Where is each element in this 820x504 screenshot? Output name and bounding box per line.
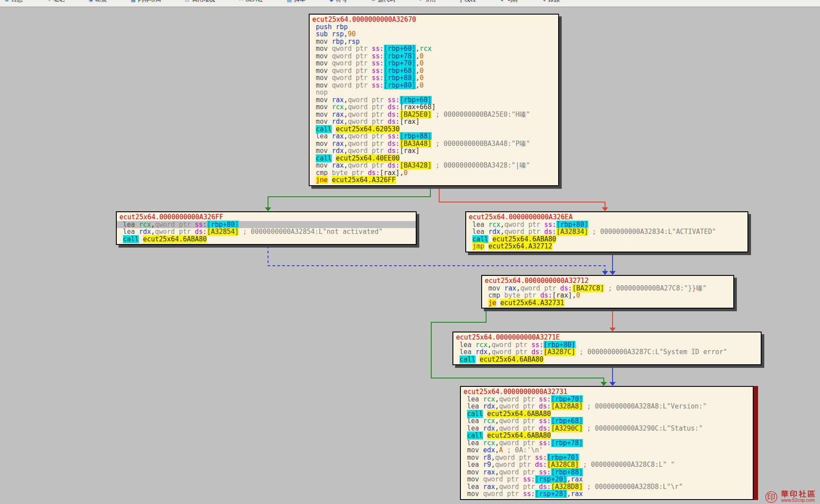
asm-line[interactable]: mov rax,qword ptr ds:[BA25E0] ; 00000000…: [310, 111, 558, 118]
asm-line[interactable]: mov qword ptr ss:[rbp+68],0: [310, 67, 558, 75]
asm-line[interactable]: jmp ecut25x64.A32712: [466, 243, 747, 250]
tab-seh[interactable]: ⚯SEH链: [236, 0, 266, 5]
asm-line[interactable]: call ecut25x64.6ABA80: [461, 410, 753, 418]
asm-line[interactable]: lea rcx,qword ptr ss:[rbp+80]: [453, 341, 761, 349]
asm-token: call: [316, 154, 332, 162]
tab-label: 源代码: [378, 0, 395, 4]
asm-line[interactable]: lea rcx,qword ptr ss:[rbp+70]: [461, 396, 753, 403]
asm-line[interactable]: lea rcx,qword ptr ss:[rbp+80]: [466, 221, 747, 229]
asm-line[interactable]: push rbp: [310, 23, 558, 31]
asm-line[interactable]: mov rax,qword ptr ds:[BA3A48] ; 00000000…: [310, 140, 558, 148]
tab-memmap[interactable]: ▦内存布局: [128, 0, 164, 5]
asm-line[interactable]: mov qword ptr ss:[rsp+20],rax: [461, 476, 753, 483]
asm-line[interactable]: lea r9,qword ptr ds:[A328C8] ; 000000000…: [461, 461, 753, 469]
asm-token: ,: [572, 291, 576, 299]
asm-token: ecut25x64.A326FF: [332, 176, 396, 184]
asm-line[interactable]: lea rdx,qword ptr ds:[A328A8] ; 00000000…: [461, 403, 753, 410]
asm-line[interactable]: mov rax,qword ptr ss:[rbp+88]: [461, 469, 753, 476]
asm-token: ds:: [368, 169, 379, 177]
asm-line[interactable]: cmp byte ptr ds:[rax],0: [310, 169, 558, 177]
symbols-icon: ◆: [330, 0, 333, 3]
asm-line[interactable]: mov rax,qword ptr ss:[rbp+60]: [310, 96, 558, 104]
asm-token: [328, 59, 332, 67]
block-header[interactable]: ecut25x64.0000000000A32712: [482, 277, 733, 285]
block-header[interactable]: ecut25x64.0000000000A326FF: [117, 214, 416, 221]
tab-threads[interactable]: ∥线程: [457, 0, 479, 5]
graph-node-A326EA[interactable]: ecut25x64.0000000000A326EAlea rcx,qword …: [465, 211, 748, 252]
block-header[interactable]: ecut25x64.0000000000A32670: [310, 16, 558, 23]
asm-line[interactable]: lea rax,qword ptr ss:[rbp+88]: [310, 133, 558, 140]
graph-node-A326FF[interactable]: ecut25x64.0000000000A326FFlea rcx,qword …: [116, 211, 417, 245]
asm-line[interactable]: lea rcx,qword ptr ss:[rbp+78]: [461, 439, 753, 447]
asm-line[interactable]: mov rdx,qword ptr ds:[rax]: [310, 147, 558, 155]
asm-line[interactable]: call ecut25x64.620530: [310, 126, 558, 133]
tab-callstack[interactable]: ☷调用堆栈: [182, 0, 218, 5]
asm-token: rdx: [483, 424, 495, 432]
asm-line[interactable]: sub rsp,90: [310, 31, 558, 38]
tab-handles[interactable]: ✥句柄: [497, 0, 521, 5]
tab-label: 内存布局: [138, 0, 161, 4]
graph-node-A3271E[interactable]: ecut25x64.0000000000A3271Elea rcx,qword …: [452, 332, 762, 365]
asm-line[interactable]: lea rdx,qword ptr ds:[A32854] ; 00000000…: [117, 228, 416, 236]
asm-token: [328, 38, 332, 46]
asm-line[interactable]: call ecut25x64.6ABA80: [461, 432, 753, 439]
asm-line[interactable]: mov rcx,qword ptr ds:[rax+668]: [310, 103, 558, 111]
tab-source[interactable]: ≋源代码: [368, 0, 398, 5]
asm-line[interactable]: je ecut25x64.A32731: [482, 299, 733, 307]
asm-token: ,: [491, 454, 495, 462]
asm-line[interactable]: mov rdx,qword ptr ds:[rax]: [310, 118, 558, 126]
tab-symbols[interactable]: ◆符号: [327, 0, 350, 5]
asm-token: [483, 431, 487, 439]
graph-node-A32670[interactable]: ecut25x64.0000000000A32670push rbpsub rs…: [309, 14, 559, 186]
asm-line[interactable]: lea rcx,qword ptr ss:[rbp+68]: [461, 417, 753, 425]
asm-line[interactable]: mov rax,qword ptr ds:[BA3428] ; 00000000…: [310, 162, 558, 169]
asm-line[interactable]: mov qword ptr ss:[rbp+70],0: [310, 60, 558, 67]
asm-line[interactable]: mov r8,qword ptr ss:[rbp+70]: [461, 454, 753, 462]
asm-token: mov: [316, 161, 328, 169]
asm-line[interactable]: call ecut25x64.6ABA80: [453, 356, 761, 363]
graph-node-A32731[interactable]: ecut25x64.0000000000A32731lea rcx,qword …: [460, 386, 754, 500]
asm-line[interactable]: jne ecut25x64.A326FF: [310, 176, 558, 184]
asm-line[interactable]: call ecut25x64.6ABA80: [466, 236, 747, 243]
asm-line[interactable]: mov rbp,rsp: [310, 38, 558, 46]
asm-line[interactable]: lea rdx,qword ptr ds:[A3290C] ; 00000000…: [461, 425, 753, 432]
asm-token: ss:: [544, 221, 556, 229]
watermark-url: www.52cnp.com: [781, 498, 816, 503]
asm-line[interactable]: lea rcx,qword ptr ss:[rbp+80]: [117, 221, 416, 229]
block-header[interactable]: ecut25x64.0000000000A3271E: [453, 334, 761, 341]
graph-node-A32712[interactable]: ecut25x64.0000000000A32712mov rax,qword …: [481, 275, 734, 309]
asm-token: qword ptr: [348, 132, 383, 140]
block-header[interactable]: ecut25x64.0000000000A326EA: [466, 214, 747, 221]
asm-line[interactable]: lea rdx,qword ptr ds:[A3287C] ; 00000000…: [453, 348, 761, 356]
asm-line[interactable]: mov qword ptr ss:[rsp+28],rax: [461, 490, 753, 498]
asm-line[interactable]: lea rax,qword ptr ds:[A328D8] ; 00000000…: [461, 483, 753, 491]
asm-line[interactable]: call ecut25x64.40EE00: [310, 155, 558, 162]
asm-line[interactable]: mov qword ptr ss:[rbp+78],0: [310, 53, 558, 60]
asm-line[interactable]: lea rdx,qword ptr ds:[A32834] ; 00000000…: [466, 228, 747, 236]
tab-notes[interactable]: ✎笔记: [44, 0, 67, 5]
asm-token: qword ptr: [332, 67, 368, 75]
asm-line[interactable]: mov edx,A ; 0A:'\n': [461, 447, 753, 454]
asm-line[interactable]: cmp byte ptr ds:[rax],0: [482, 292, 733, 299]
tab-label: 笔记: [53, 0, 65, 4]
asm-token: qword ptr: [495, 461, 531, 469]
asm-token: ; 0000000000A328D8:L"\r": [587, 483, 683, 491]
tab-log[interactable]: ≣日志: [2, 0, 25, 5]
tab-script[interactable]: ▤脚本: [284, 0, 308, 5]
asm-token: [328, 169, 332, 177]
asm-token: ss:: [372, 67, 383, 75]
asm-token: cmp: [316, 169, 328, 177]
block-header[interactable]: ecut25x64.0000000000A32731: [461, 388, 753, 396]
tab-breakpoints[interactable]: ◉断点: [86, 0, 109, 5]
asm-line[interactable]: mov rax,qword ptr ds:[BA27C8] ; 00000000…: [482, 285, 733, 292]
asm-line[interactable]: call ecut25x64.6ABA80: [117, 236, 416, 243]
asm-line[interactable]: mov qword ptr ss:[rbp+88],0: [310, 74, 558, 82]
tab-references[interactable]: ⌖引用: [416, 0, 438, 5]
tab-label: SEH链: [245, 0, 263, 4]
asm-line[interactable]: nop: [310, 89, 558, 96]
asm-line[interactable]: mov qword ptr ss:[rbp+80],0: [310, 82, 558, 89]
asm-token: [500, 284, 504, 292]
tab-trace[interactable]: ↯跟踪: [539, 0, 563, 5]
asm-line[interactable]: mov qword ptr ss:[rbp+60],rcx: [310, 45, 558, 53]
asm-token: [A328D8]: [551, 483, 583, 491]
